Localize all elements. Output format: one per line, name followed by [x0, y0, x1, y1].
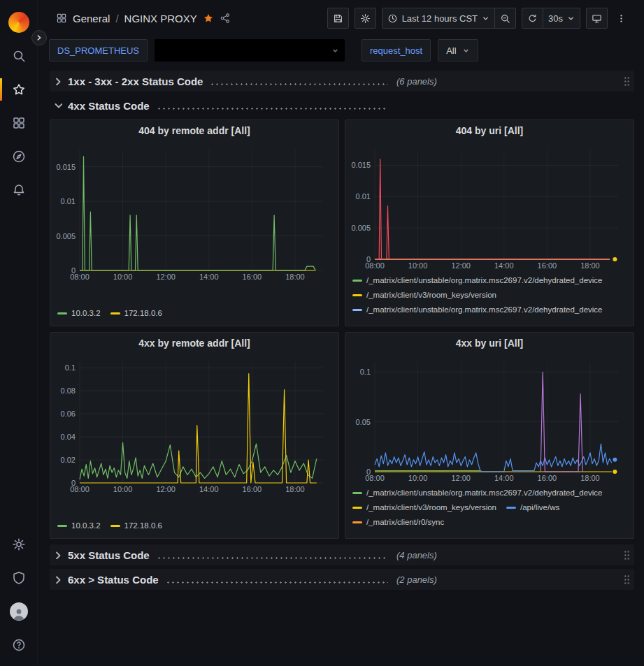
breadcrumb-section[interactable]: General [73, 13, 110, 24]
svg-text:0.015: 0.015 [351, 161, 371, 169]
row-drag-handle[interactable] [624, 76, 630, 87]
sidebar-item-starred[interactable] [0, 73, 38, 106]
svg-text:18:00: 18:00 [580, 261, 600, 270]
legend-item[interactable]: 10.0.3.2 [57, 519, 101, 533]
chevron-right-icon [54, 575, 62, 584]
chart-canvas[interactable]: 08:0010:0012:0014:0016:0018:0000.0050.01… [55, 143, 334, 282]
sidebar-item-server-admin[interactable] [0, 561, 38, 595]
row-header-6xx[interactable]: 6xx > Status Code (2 panels) [50, 569, 634, 590]
top-nav: General / NGINX PROXY Last 12 hours CST [38, 0, 644, 36]
save-icon [333, 13, 343, 24]
svg-text:12:00: 12:00 [156, 273, 176, 281]
chart-canvas[interactable]: 08:0010:0012:0014:0016:0018:0000.020.040… [55, 355, 334, 495]
page-title[interactable]: NGINX PROXY [124, 13, 197, 24]
row-panel-count: (6 panels) [396, 76, 437, 87]
dashboard-settings-button[interactable] [355, 8, 376, 29]
legend-item[interactable]: /_matrix/client/unstable/org.matrix.msc2… [352, 274, 603, 287]
top-nav-actions: Last 12 hours CST 30s [327, 8, 634, 29]
panel-legend: /_matrix/client/unstable/org.matrix.msc2… [352, 485, 627, 533]
svg-text:0.015: 0.015 [56, 163, 76, 171]
time-range-label: Last 12 hours CST [402, 13, 478, 24]
legend-item[interactable]: /_matrix/client/v3/room_keys/version [352, 501, 496, 514]
dashboard-icon [56, 13, 67, 24]
panel-404-by-remote-addr: 404 by remote addr [All] 08:0010:0012:00… [50, 120, 339, 326]
chevron-down-icon [482, 15, 489, 22]
chevron-right-icon [36, 34, 43, 41]
svg-text:10:00: 10:00 [408, 474, 428, 482]
legend-item[interactable]: /_matrix/client/unstable/org.matrix.msc2… [352, 486, 603, 500]
sidebar-item-search[interactable] [0, 39, 38, 73]
row-title: 6xx > Status Code [68, 574, 159, 586]
legend-series-mark [352, 521, 362, 523]
chevron-down-icon [331, 47, 339, 55]
sidebar-item-help[interactable] [0, 628, 38, 662]
sidebar-item-dashboards[interactable] [0, 106, 38, 140]
panel-title[interactable]: 404 by remote addr [All] [50, 120, 338, 141]
time-range-picker[interactable]: Last 12 hours CST [382, 8, 495, 29]
dashboard-content: 1xx - 3xx - 2xx Status Code (6 panels) 4… [38, 64, 644, 590]
row-header-1xx-3xx-2xx[interactable]: 1xx - 3xx - 2xx Status Code (6 panels) [50, 71, 634, 92]
chart-canvas[interactable]: 08:0010:0012:0014:0016:0018:0000.050.1 [350, 355, 629, 484]
row-left: 4xx Status Code [54, 100, 388, 112]
legend-series-mark [506, 507, 516, 509]
panel-title[interactable]: 404 by uri [All] [345, 120, 634, 141]
panel-title[interactable]: 4xx by remote addr [All] [50, 333, 338, 354]
legend-item[interactable]: /_matrix/client/unstable/org.matrix.msc2… [352, 530, 603, 533]
sidebar-item-explore[interactable] [0, 140, 38, 173]
datasource-variable-select[interactable] [155, 39, 345, 61]
panel-legend: /_matrix/client/unstable/org.matrix.msc2… [352, 273, 627, 320]
legend-series-mark [352, 280, 362, 282]
legend-item[interactable]: /api/live/ws [506, 501, 559, 514]
refresh-interval-dropdown[interactable]: 30s [543, 8, 580, 29]
expand-sidebar-button[interactable] [31, 30, 47, 45]
svg-text:12:00: 12:00 [156, 485, 176, 493]
save-dashboard-button[interactable] [327, 8, 349, 29]
legend-series-label: 172.18.0.6 [124, 519, 162, 533]
row-header-5xx[interactable]: 5xx Status Code (4 panels) [50, 544, 634, 565]
svg-text:0: 0 [366, 468, 371, 476]
svg-text:10:00: 10:00 [408, 261, 428, 270]
svg-text:18:00: 18:00 [285, 485, 305, 493]
more-options-button[interactable] [613, 8, 634, 29]
row-dots [157, 108, 388, 110]
chevron-down-icon [54, 101, 62, 110]
kiosk-mode-button[interactable] [586, 8, 608, 29]
svg-text:14:00: 14:00 [199, 273, 219, 281]
request-host-variable-select[interactable]: All [438, 39, 478, 61]
zoom-out-button[interactable] [495, 8, 516, 29]
sidebar-item-settings[interactable] [0, 528, 38, 561]
legend-item[interactable]: /_matrix/client/v3/room_keys/version [352, 289, 496, 302]
legend-item[interactable]: 10.0.3.2 [57, 307, 101, 320]
sidebar-item-alerting[interactable] [0, 173, 38, 207]
row-left: 1xx - 3xx - 2xx Status Code [54, 75, 388, 87]
svg-text:14:00: 14:00 [199, 485, 219, 493]
legend-series-label: /_matrix/client/unstable/org.matrix.msc2… [366, 274, 603, 287]
chart-canvas[interactable]: 08:0010:0012:0014:0016:0018:0000.0050.01… [350, 143, 629, 271]
row-panel-count: (2 panels) [396, 574, 437, 585]
datasource-variable-label: DS_PROMETHEUS [49, 39, 148, 61]
legend-item[interactable]: 172.18.0.6 [110, 519, 162, 533]
legend-item[interactable]: /_matrix/client/v3/room_keys/version [352, 318, 496, 320]
legend-item[interactable]: 172.18.0.6 [110, 307, 162, 320]
refresh-button[interactable] [522, 8, 543, 29]
svg-text:18:00: 18:00 [285, 273, 305, 281]
dashboard-variables-bar: DS_PROMETHEUS request_host All [38, 36, 644, 64]
legend-item[interactable]: /_matrix/client/unstable/org.matrix.msc2… [352, 303, 603, 317]
panel-title[interactable]: 4xx by uri [All] [345, 333, 634, 354]
svg-text:0.005: 0.005 [351, 224, 371, 232]
favorite-star-icon[interactable] [203, 13, 214, 24]
share-icon[interactable] [220, 13, 231, 24]
panel-legend: 10.0.3.2172.18.0.6 [57, 518, 331, 533]
svg-text:0.06: 0.06 [61, 410, 76, 418]
row-drag-handle[interactable] [624, 550, 630, 560]
legend-series-label: /_matrix/client/r0/sync [366, 516, 444, 529]
sidebar-item-profile[interactable] [0, 595, 38, 628]
row-header-4xx[interactable]: 4xx Status Code [50, 95, 634, 116]
row-drag-handle[interactable] [624, 574, 630, 585]
legend-item[interactable]: /_matrix/client/r0/sync [352, 516, 444, 529]
legend-series-mark [57, 312, 67, 314]
row-left: 5xx Status Code [54, 549, 388, 561]
legend-item[interactable]: /sw.js [506, 318, 540, 320]
legend-series-label: 10.0.3.2 [71, 519, 101, 533]
legend-series-mark [57, 525, 67, 527]
